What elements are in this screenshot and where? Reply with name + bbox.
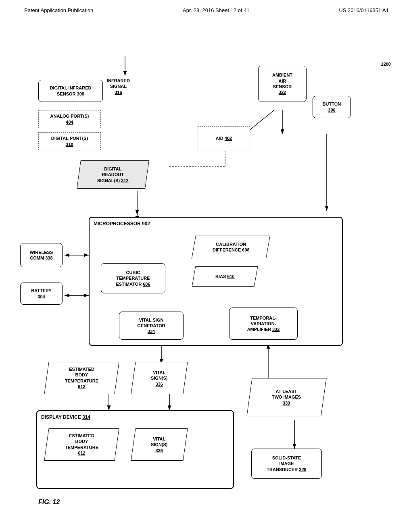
estimated-body-temp-2-box: ESTIMATEDBODYTEMPERATURE612 xyxy=(44,428,119,461)
digital-ports-label: DIGITAL PORT(S)310 xyxy=(51,135,88,147)
digital-infrared-sensor-label: DIGITAL INFRAREDSENSOR 308 xyxy=(50,85,92,97)
vital-signs-1-box: VITALSIGN(S)336 xyxy=(131,362,188,394)
analog-ports-label: ANALOG PORT(S)404 xyxy=(50,113,89,125)
ambient-1200-label: 1200 xyxy=(381,62,391,66)
microprocessor-label: MICROPROCESSOR 902 xyxy=(94,221,150,227)
infrared-signal-label: INFRAREDSIGNAL316 xyxy=(107,78,130,95)
button-label: BUTTON306 xyxy=(323,101,341,113)
vital-sign-generator-box: VITAL SIGNGENERATOR334 xyxy=(119,312,184,340)
calibration-diff-box: CALIBRATIONDIFFERENCE 608 xyxy=(192,235,271,259)
vital-sign-generator-label: VITAL SIGNGENERATOR334 xyxy=(137,317,165,335)
solid-state-transducer-label: SOLID-STATEIMAGETRANSDUCER 328 xyxy=(267,455,306,472)
battery-box: BATTERY304 xyxy=(20,283,63,305)
battery-label: BATTERY304 xyxy=(31,288,52,299)
digital-readout-box: DIGITALREADOUTSIGNAL(S) 312 xyxy=(77,160,149,189)
ad-box: A/D 402 xyxy=(198,126,250,150)
header-right: US 2016/0116351 A1 xyxy=(339,7,389,13)
page-header: Patent Application Publication Apr. 28, … xyxy=(0,0,413,17)
fig-label: FIG. 12 xyxy=(38,499,60,506)
vital-signs-2-box: VITALSIGN(S)336 xyxy=(131,428,188,461)
solid-state-transducer-box: SOLID-STATEIMAGETRANSDUCER 328 xyxy=(251,449,322,479)
temporal-variation-label: TEMPORAL-VARIATION-AMPLIFIER 332 xyxy=(247,315,280,332)
digital-readout-label: DIGITALREADOUTSIGNAL(S) 312 xyxy=(97,166,129,183)
estimated-body-temp-2-label: ESTIMATEDBODYTEMPERATURE612 xyxy=(65,433,98,456)
cubic-temp-estimator-box: CUBICTEMPERATUREESTIMATOR 606 xyxy=(101,263,165,293)
header-center: Apr. 28, 2016 Sheet 12 of 41 xyxy=(183,7,250,13)
temporal-variation-box: TEMPORAL-VARIATION-AMPLIFIER 332 xyxy=(229,308,298,340)
display-device-label: DISPLAY DEVICE 314 xyxy=(41,414,90,421)
vital-signs-2-label: VITALSIGN(S)336 xyxy=(151,436,168,453)
ambient-air-sensor-box: AMBIENTAIRSENSOR322 xyxy=(258,66,307,102)
estimated-body-temp-1-label: ESTIMATEDBODYTEMPERATURE612 xyxy=(65,366,98,389)
estimated-body-temp-1-box: ESTIMATEDBODYTEMPERATURE612 xyxy=(44,362,119,394)
vital-signs-1-label: VITALSIGN(S)336 xyxy=(151,370,168,387)
button-box: BUTTON306 xyxy=(313,96,351,118)
ad-label: A/D 402 xyxy=(216,135,232,141)
wireless-comm-label: WIRELESSCOMM 338 xyxy=(30,249,53,261)
digital-ports-box: DIGITAL PORT(S)310 xyxy=(38,132,101,150)
bias-box: BIAS 610 xyxy=(192,266,258,287)
header-left: Patent Application Publication xyxy=(24,7,93,13)
at-least-two-images-box: AT LEASTTWO IMAGES330 xyxy=(246,378,326,416)
cubic-temp-estimator-label: CUBICTEMPERATUREESTIMATOR 606 xyxy=(116,270,150,287)
digital-infrared-sensor-box: DIGITAL INFRAREDSENSOR 308 xyxy=(38,80,103,102)
at-least-two-images-label: AT LEASTTWO IMAGES330 xyxy=(272,389,301,406)
diagram: 1200 DIGITAL INFRAREDSENSOR 308 INFRARED… xyxy=(0,17,413,517)
ambient-air-sensor-label: AMBIENTAIRSENSOR322 xyxy=(272,72,292,95)
wireless-comm-box: WIRELESSCOMM 338 xyxy=(20,243,63,267)
bias-label: BIAS 610 xyxy=(215,274,235,279)
analog-ports-box: ANALOG PORT(S)404 xyxy=(38,110,101,128)
calibration-diff-label: CALIBRATIONDIFFERENCE 608 xyxy=(213,241,250,253)
